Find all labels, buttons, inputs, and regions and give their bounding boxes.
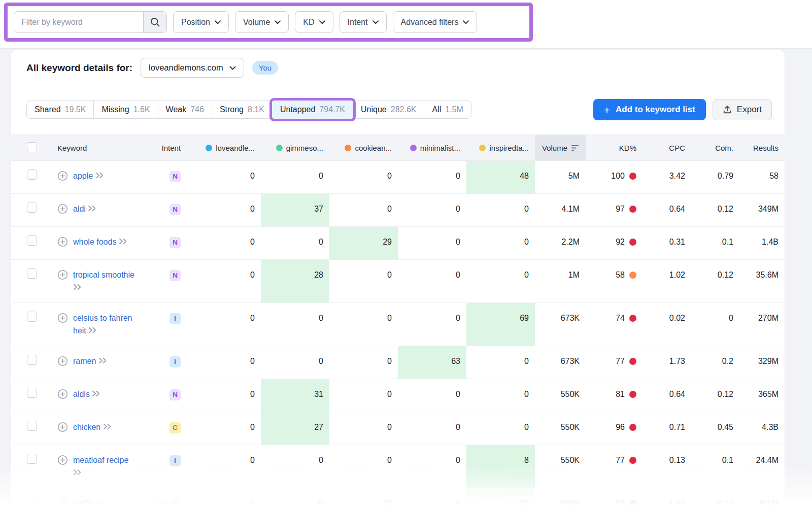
column-header-competitor-inspiredta[interactable]: inspiredta... bbox=[466, 135, 535, 161]
filter-dropdown-intent[interactable]: Intent bbox=[340, 11, 387, 33]
expand-keyword-button[interactable] bbox=[57, 498, 68, 505]
open-keyword-button[interactable] bbox=[88, 205, 96, 213]
tab-shared[interactable]: Shared 19.5K bbox=[26, 100, 94, 119]
row-checkbox[interactable] bbox=[27, 268, 37, 279]
tab-missing[interactable]: Missing 1.6K bbox=[93, 100, 158, 119]
column-header-intent[interactable]: Intent bbox=[149, 135, 187, 161]
row-checkbox[interactable] bbox=[27, 497, 37, 505]
tab-untapped[interactable]: Untapped 794.7K bbox=[272, 100, 353, 119]
filter-dropdown-label: Volume bbox=[243, 18, 270, 27]
expand-keyword-button[interactable] bbox=[57, 389, 68, 403]
open-keyword-button[interactable] bbox=[98, 357, 107, 365]
column-header-keyword[interactable]: Keyword bbox=[57, 135, 149, 161]
row-checkbox[interactable] bbox=[27, 203, 37, 213]
row-checkbox[interactable] bbox=[27, 355, 37, 365]
keyword-link[interactable]: apple bbox=[73, 172, 93, 180]
column-header-com[interactable]: Com. bbox=[691, 135, 739, 161]
open-keyword-button[interactable] bbox=[119, 238, 127, 246]
open-keyword-button[interactable] bbox=[88, 326, 97, 335]
row-checkbox-cell bbox=[11, 412, 57, 445]
keyword-link[interactable]: aldis bbox=[73, 390, 90, 398]
intent-cell: I bbox=[149, 303, 187, 346]
expand-keyword-button[interactable] bbox=[57, 171, 68, 185]
position-cell: 0 bbox=[261, 227, 329, 260]
position-cell: 0 bbox=[398, 161, 466, 194]
row-checkbox[interactable] bbox=[27, 454, 37, 464]
com-cell: 0.79 bbox=[691, 161, 739, 194]
add-to-keyword-list-button[interactable]: + Add to keyword list bbox=[593, 99, 706, 120]
position-cell: 30 bbox=[466, 488, 535, 505]
competitor-dot-icon bbox=[206, 145, 212, 151]
keyword-cell: meatloaf recipe bbox=[57, 445, 149, 488]
expand-keyword-icon bbox=[57, 498, 68, 505]
intent-cell: C bbox=[149, 412, 187, 445]
table-row: tropical smoothie N 028000 1M 58 1.02 0.… bbox=[11, 260, 785, 303]
keyword-link[interactable]: waffle bbox=[73, 499, 94, 505]
expand-keyword-icon bbox=[57, 204, 68, 214]
column-header-competitor-gimmeso[interactable]: gimmeso... bbox=[261, 135, 329, 161]
position-cell: 63 bbox=[398, 346, 466, 379]
open-keyword-button[interactable] bbox=[73, 468, 82, 477]
row-checkbox[interactable] bbox=[27, 388, 37, 398]
row-checkbox[interactable] bbox=[27, 170, 37, 180]
column-header-cpc[interactable]: CPC bbox=[642, 135, 691, 161]
volume-cell: 5M bbox=[535, 161, 586, 194]
kd-dot-icon bbox=[629, 391, 636, 398]
keyword-link[interactable]: celsius to fahrenheit bbox=[73, 314, 132, 335]
expand-keyword-icon bbox=[57, 455, 68, 465]
open-keyword-button[interactable] bbox=[103, 423, 112, 431]
keyword-link[interactable]: tropical smoothie bbox=[73, 271, 134, 279]
column-header-competitor-loveandle[interactable]: loveandle... bbox=[187, 135, 261, 161]
keyword-link[interactable]: meatloaf recipe bbox=[73, 456, 128, 464]
open-keyword-button[interactable] bbox=[95, 172, 104, 180]
open-keyword-button[interactable] bbox=[96, 499, 105, 505]
position-cell: 0 bbox=[261, 303, 329, 346]
keyword-filter-input[interactable] bbox=[14, 12, 143, 32]
details-label: All keyword details for: bbox=[26, 62, 132, 74]
tab-label: All bbox=[432, 105, 441, 114]
expand-keyword-button[interactable] bbox=[57, 422, 68, 436]
row-checkbox[interactable] bbox=[27, 421, 37, 431]
open-keyword-button[interactable] bbox=[73, 283, 82, 292]
expand-keyword-button[interactable] bbox=[57, 270, 68, 294]
select-all-checkbox[interactable] bbox=[27, 142, 37, 152]
intent-badge-I: I bbox=[156, 498, 167, 505]
position-cell: 0 bbox=[398, 412, 466, 445]
expand-keyword-button[interactable] bbox=[57, 455, 68, 479]
tab-label: Strong bbox=[220, 105, 244, 114]
row-checkbox-cell bbox=[11, 194, 57, 227]
column-header-volume[interactable]: Volume bbox=[535, 135, 586, 161]
position-cell: 31 bbox=[261, 379, 329, 412]
row-checkbox[interactable] bbox=[27, 312, 37, 322]
tab-all[interactable]: All 1.5M bbox=[424, 100, 471, 119]
tab-unique[interactable]: Unique 282.6K bbox=[353, 100, 424, 119]
open-keyword-icon bbox=[96, 499, 105, 505]
expand-keyword-button[interactable] bbox=[57, 313, 68, 337]
search-button[interactable] bbox=[143, 12, 166, 32]
keyword-link[interactable]: whole foods bbox=[73, 238, 116, 246]
position-cell: 0 bbox=[187, 379, 261, 412]
sort-descending-icon bbox=[571, 145, 580, 151]
column-header-results[interactable]: Results bbox=[739, 135, 785, 161]
expand-keyword-button[interactable] bbox=[57, 204, 68, 218]
keyword-link[interactable]: aldi bbox=[73, 205, 86, 213]
expand-keyword-button[interactable] bbox=[57, 356, 68, 370]
filter-dropdown-kd[interactable]: KD bbox=[295, 11, 333, 33]
keyword-link[interactable]: ramen bbox=[73, 357, 96, 365]
column-header-competitor-minimalist[interactable]: minimalist... bbox=[398, 135, 466, 161]
keyword-link[interactable]: chicken bbox=[73, 423, 100, 431]
position-cell: 27 bbox=[261, 412, 329, 445]
domain-selector[interactable]: loveandlemons.com bbox=[141, 58, 244, 78]
expand-keyword-button[interactable] bbox=[57, 237, 68, 251]
table-row: celsius to fahrenheit I 000069 673K 74 0… bbox=[11, 303, 785, 346]
filter-dropdown-volume[interactable]: Volume bbox=[235, 11, 289, 33]
tab-weak[interactable]: Weak 746 bbox=[158, 100, 212, 119]
tab-strong[interactable]: Strong 8.1K bbox=[212, 100, 273, 119]
row-checkbox[interactable] bbox=[27, 235, 37, 246]
filter-dropdown-position[interactable]: Position bbox=[173, 11, 229, 33]
open-keyword-button[interactable] bbox=[92, 390, 100, 398]
column-header-kd[interactable]: KD% bbox=[586, 135, 642, 161]
column-header-competitor-cookiean[interactable]: cookiean... bbox=[329, 135, 398, 161]
filter-dropdown-advanced-filters[interactable]: Advanced filters bbox=[393, 11, 478, 33]
export-button[interactable]: Export bbox=[713, 99, 772, 120]
